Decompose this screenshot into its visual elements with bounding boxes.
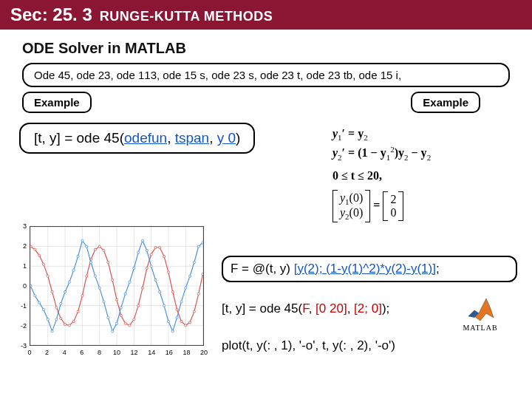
svg-point-90 bbox=[163, 304, 166, 307]
code-body-1: [y(2); (1-y(1)^2)*y(2)-y(1)] bbox=[294, 262, 436, 276]
svg-point-30 bbox=[81, 295, 83, 297]
svg-point-52 bbox=[176, 308, 178, 310]
svg-point-92 bbox=[171, 330, 174, 332]
svg-point-49 bbox=[163, 255, 166, 257]
svg-point-67 bbox=[64, 290, 66, 293]
svg-point-68 bbox=[68, 281, 70, 283]
eq-1: y1′ = y2 bbox=[332, 127, 517, 142]
svg-point-31 bbox=[86, 275, 88, 277]
svg-point-84 bbox=[137, 251, 140, 253]
svg-point-45 bbox=[146, 267, 148, 269]
svg-point-41 bbox=[129, 324, 131, 327]
svg-point-80 bbox=[120, 307, 122, 309]
svg-point-38 bbox=[115, 299, 117, 301]
svg-point-91 bbox=[167, 320, 169, 322]
initial-conditions: y1(0) y2(0) = 2 0 bbox=[332, 190, 517, 222]
code-line-1: F = @(t, y) [y(2); (1-y(1)^2)*y(2)-y(1)]… bbox=[222, 256, 517, 282]
svg-point-44 bbox=[141, 287, 143, 289]
svg-point-86 bbox=[146, 249, 148, 251]
svg-point-93 bbox=[176, 316, 178, 318]
svg-point-47 bbox=[154, 246, 157, 248]
svg-point-35 bbox=[103, 249, 105, 251]
svg-point-34 bbox=[98, 245, 100, 248]
svg-point-96 bbox=[188, 275, 191, 277]
svg-point-88 bbox=[154, 279, 157, 281]
svg-point-70 bbox=[77, 255, 79, 257]
svg-point-22 bbox=[47, 275, 49, 277]
svg-point-83 bbox=[133, 267, 135, 269]
matlab-icon bbox=[464, 296, 497, 322]
svg-point-37 bbox=[112, 279, 114, 281]
svg-point-39 bbox=[120, 314, 122, 316]
svg-point-36 bbox=[107, 261, 109, 263]
svg-point-33 bbox=[94, 248, 96, 250]
svg-point-19 bbox=[34, 248, 36, 250]
code-line-3: plot(t, y(: , 1), '-o', t, y(: , 2), '-o… bbox=[222, 338, 517, 353]
eq-2: y2′ = (1 − y12)y2 − y2 bbox=[332, 145, 517, 162]
subtitle: ODE Solver in MATLAB bbox=[22, 40, 510, 57]
equations-block: y1′ = y2 y2′ = (1 − y12)y2 − y2 0 ≤ t ≤ … bbox=[332, 124, 517, 225]
section-number: Sec: 25. 3 bbox=[10, 4, 92, 25]
svg-point-55 bbox=[188, 321, 191, 324]
syntax-box: [t, y] = ode 45(odefun, tspan, y 0) bbox=[19, 123, 255, 154]
matlab-logo-text: MATLAB bbox=[463, 324, 497, 332]
svg-point-57 bbox=[197, 293, 200, 295]
eq-range: 0 ≤ t ≤ 20, bbox=[332, 169, 517, 183]
svg-point-20 bbox=[38, 254, 41, 256]
svg-point-64 bbox=[51, 330, 53, 332]
svg-point-61 bbox=[38, 301, 41, 304]
svg-point-18 bbox=[30, 245, 32, 248]
svg-point-40 bbox=[124, 322, 126, 324]
svg-point-75 bbox=[98, 287, 100, 289]
svg-point-27 bbox=[68, 324, 70, 327]
matlab-logo: MATLAB bbox=[451, 296, 510, 332]
svg-point-56 bbox=[193, 310, 195, 313]
svg-point-66 bbox=[60, 302, 62, 304]
svg-point-24 bbox=[55, 307, 58, 309]
example-label-right: Example bbox=[411, 92, 480, 113]
syntax-close: ) bbox=[236, 130, 240, 146]
x-axis-ticks: 02468101214161820 bbox=[30, 347, 204, 362]
svg-point-23 bbox=[51, 290, 53, 293]
svg-point-26 bbox=[64, 323, 66, 325]
svg-point-97 bbox=[193, 261, 195, 263]
svg-point-74 bbox=[94, 275, 96, 277]
svg-point-76 bbox=[103, 301, 105, 303]
svg-point-82 bbox=[129, 281, 131, 283]
example-label-left: Example bbox=[22, 92, 92, 113]
vdp-plot: -3-2-10123 02468101214161820 bbox=[13, 222, 207, 362]
solver-list: Ode 45, ode 23, ode 113, ode 15 s, ode 2… bbox=[34, 69, 401, 81]
svg-point-60 bbox=[34, 295, 36, 297]
example-labels-row: Example Example bbox=[22, 92, 510, 115]
svg-point-59 bbox=[30, 284, 32, 287]
svg-point-89 bbox=[159, 290, 161, 293]
svg-point-94 bbox=[180, 301, 183, 303]
syntax-lhs: [t, y] = ode 45( bbox=[34, 130, 124, 146]
svg-point-95 bbox=[185, 287, 187, 289]
svg-point-42 bbox=[133, 318, 135, 321]
solver-list-box: Ode 45, ode 23, ode 113, ode 15 s, ode 2… bbox=[22, 63, 510, 87]
svg-point-81 bbox=[124, 293, 126, 295]
svg-point-87 bbox=[150, 265, 152, 267]
svg-point-98 bbox=[197, 245, 200, 248]
plot-area bbox=[30, 226, 204, 346]
svg-point-69 bbox=[72, 269, 75, 271]
svg-point-73 bbox=[89, 261, 92, 263]
svg-point-58 bbox=[202, 273, 203, 275]
syntax-arg-tspan: tspan bbox=[175, 130, 209, 146]
svg-point-54 bbox=[185, 324, 187, 327]
title-bar: Sec: 25. 3 RUNGE-KUTTA METHODS bbox=[0, 0, 532, 30]
svg-point-46 bbox=[150, 253, 152, 256]
svg-point-77 bbox=[107, 316, 109, 318]
svg-point-53 bbox=[180, 320, 183, 322]
svg-point-51 bbox=[171, 290, 174, 293]
svg-point-79 bbox=[115, 322, 117, 324]
svg-point-48 bbox=[159, 246, 161, 248]
ic-rhs-bracket: 2 0 bbox=[383, 191, 403, 221]
svg-point-63 bbox=[47, 318, 49, 321]
y-axis-ticks: -3-2-10123 bbox=[13, 226, 28, 346]
svg-point-29 bbox=[77, 310, 79, 313]
svg-point-78 bbox=[112, 330, 114, 332]
svg-point-28 bbox=[72, 320, 75, 322]
svg-point-43 bbox=[137, 304, 140, 307]
